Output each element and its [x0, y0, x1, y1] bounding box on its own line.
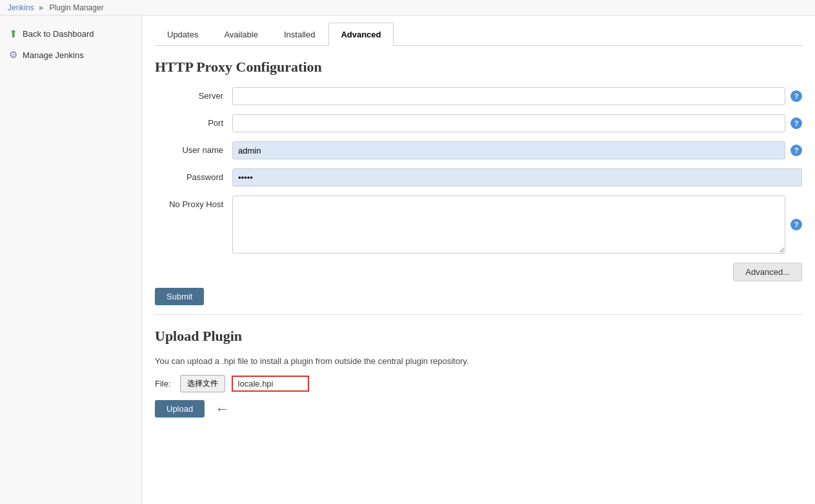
input-port[interactable]: [232, 114, 785, 132]
breadcrumb-home[interactable]: Jenkins: [8, 3, 34, 12]
input-wrap-username: ?: [232, 141, 802, 159]
breadcrumb-current: Plugin Manager: [50, 3, 104, 12]
tab-bar: Updates Available Installed Advanced: [155, 15, 802, 46]
textarea-noproxy[interactable]: [232, 196, 785, 254]
sidebar: ⬆ Back to Dashboard ⚙ Manage Jenkins: [0, 15, 142, 504]
label-username: User name: [155, 141, 232, 155]
help-icon-username[interactable]: ?: [790, 145, 802, 156]
arrow-indicator-icon: ←: [215, 401, 229, 418]
label-server: Server: [155, 87, 232, 101]
file-label: File:: [155, 379, 171, 388]
input-password[interactable]: [232, 168, 802, 186]
tab-available[interactable]: Available: [212, 23, 270, 46]
input-wrap-noproxy: ?: [232, 196, 802, 254]
help-icon-port[interactable]: ?: [790, 117, 802, 129]
advanced-button[interactable]: Advanced...: [733, 263, 802, 281]
main-content: Updates Available Installed Advanced HTT…: [142, 15, 815, 504]
input-wrap-password: [232, 168, 802, 186]
upload-description: You can upload a .hpi file to install a …: [155, 356, 802, 366]
form-row-username: User name ?: [155, 141, 802, 159]
help-icon-noproxy[interactable]: ?: [790, 219, 802, 230]
tab-updates[interactable]: Updates: [155, 23, 210, 46]
submit-button[interactable]: Submit: [155, 288, 204, 305]
label-noproxy: No Proxy Host: [155, 196, 232, 209]
section-divider: [155, 314, 802, 315]
upload-button[interactable]: Upload: [155, 400, 205, 418]
breadcrumb: Jenkins ► Plugin Manager: [0, 0, 815, 15]
gear-icon: ⚙: [9, 49, 17, 61]
proxy-section: HTTP Proxy Configuration Server ? Port ?: [155, 59, 802, 305]
sidebar-item-back-dashboard[interactable]: ⬆ Back to Dashboard: [0, 23, 141, 45]
upload-section: Upload Plugin You can upload a .hpi file…: [155, 328, 802, 418]
input-server[interactable]: [232, 87, 785, 105]
arrow-up-icon: ⬆: [9, 28, 17, 40]
sidebar-label-manage: Manage Jenkins: [23, 50, 84, 60]
form-row-noproxy: No Proxy Host ?: [155, 196, 802, 254]
sidebar-item-manage-jenkins[interactable]: ⚙ Manage Jenkins: [0, 45, 141, 65]
label-port: Port: [155, 114, 232, 128]
advanced-btn-row: Advanced...: [155, 263, 802, 281]
proxy-section-title: HTTP Proxy Configuration: [155, 59, 802, 76]
submit-btn-row: Submit: [155, 288, 802, 305]
sidebar-label-back: Back to Dashboard: [23, 29, 94, 39]
file-name-display: locale.hpi: [232, 376, 309, 392]
form-row-password: Password: [155, 168, 802, 186]
file-row: File: 选择文件 locale.hpi: [155, 375, 802, 392]
tab-installed[interactable]: Installed: [272, 23, 327, 46]
tab-advanced[interactable]: Advanced: [328, 23, 393, 46]
form-row-port: Port ?: [155, 114, 802, 132]
choose-file-button[interactable]: 选择文件: [180, 375, 225, 392]
upload-section-title: Upload Plugin: [155, 328, 802, 345]
breadcrumb-sep: ►: [38, 3, 46, 12]
input-wrap-server: ?: [232, 87, 802, 105]
upload-btn-row: Upload ←: [155, 400, 802, 418]
form-row-server: Server ?: [155, 87, 802, 105]
input-username[interactable]: [232, 141, 785, 159]
help-icon-server[interactable]: ?: [790, 90, 802, 102]
input-wrap-port: ?: [232, 114, 802, 132]
label-password: Password: [155, 168, 232, 182]
